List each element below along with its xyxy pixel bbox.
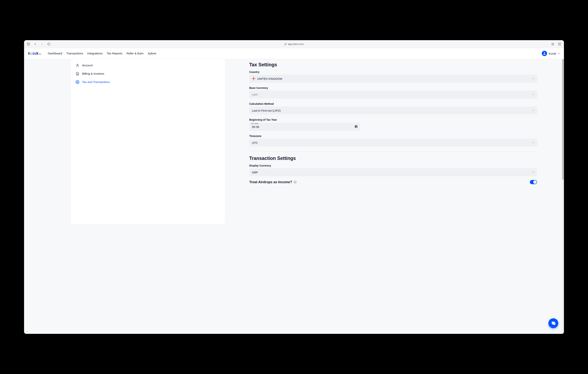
svg-point-7 <box>544 52 545 53</box>
chevron-down-icon <box>532 93 534 96</box>
settings-sidebar: Account Billing & Invoices Tax and Trans… <box>71 59 225 224</box>
date-hint: DD-MM <box>251 122 258 125</box>
chevron-down-icon <box>557 52 560 55</box>
svg-rect-19 <box>356 127 357 127</box>
transaction-settings-title: Transaction Settings <box>249 156 537 161</box>
reload-icon[interactable] <box>47 43 51 46</box>
chat-button[interactable] <box>548 318 558 328</box>
logo[interactable]: KoinXTM <box>28 51 41 56</box>
timezone-select[interactable]: UTC <box>249 139 537 147</box>
field-base-currency: Base Currency GBP <box>249 86 537 98</box>
tax-year-input[interactable]: 06-08 <box>249 123 360 131</box>
uk-flag-icon <box>252 77 255 80</box>
main-panel: Tax Settings Country UNITED KINGDOM Base… <box>248 59 548 334</box>
username: Kunal <box>549 52 556 55</box>
svg-marker-12 <box>533 78 534 79</box>
chat-icon <box>551 321 556 326</box>
sidebar-toggle-icon[interactable] <box>27 43 30 46</box>
airdrops-toggle[interactable] <box>530 180 537 184</box>
svg-point-23 <box>554 324 554 324</box>
svg-rect-18 <box>357 125 357 126</box>
svg-point-24 <box>554 324 555 324</box>
nav-xplore[interactable]: Xplore <box>148 52 156 55</box>
svg-point-8 <box>77 64 78 65</box>
divider <box>249 151 537 152</box>
airdrops-label: Treat Airdrops as Income? <box>249 180 292 184</box>
timezone-value: UTC <box>252 141 258 144</box>
avatar <box>542 51 547 56</box>
tabs-icon[interactable] <box>558 43 561 46</box>
document-icon <box>76 72 79 75</box>
field-calc-method: Calculation Method Last-in First-out (LI… <box>249 102 537 114</box>
country-label: Country <box>249 71 537 74</box>
nav-integrations[interactable]: Integrations <box>87 52 103 55</box>
airdrops-row: Treat Airdrops as Income? i <box>249 180 537 184</box>
nav-dashboard[interactable]: Dashboard <box>48 52 62 55</box>
chevron-down-icon <box>532 141 534 144</box>
field-tax-year: Beginning of Tax Year DD-MM 06-08 <box>249 118 537 131</box>
calc-method-value: Last-in First-out (LIFO) <box>252 109 281 112</box>
sidebar-label: Tax and Transactions <box>82 80 110 84</box>
url-text: app.koinx.com <box>288 43 304 45</box>
back-icon[interactable] <box>33 43 37 46</box>
field-country: Country UNITED KINGDOM <box>249 71 537 83</box>
scrollbar-track[interactable] <box>562 59 564 334</box>
sidebar-item-tax-transactions[interactable]: Tax and Transactions <box>74 78 221 86</box>
tax-year-value: 06-08 <box>252 125 259 128</box>
country-select[interactable]: UNITED KINGDOM <box>249 75 537 83</box>
sidebar-item-billing[interactable]: Billing & Invoices <box>74 70 221 78</box>
content-area: Account Billing & Invoices Tax and Trans… <box>24 59 564 334</box>
link-icon <box>284 43 287 45</box>
svg-marker-20 <box>533 142 534 143</box>
sidebar-label: Account <box>82 64 93 67</box>
svg-rect-17 <box>355 125 356 126</box>
svg-point-22 <box>553 324 554 324</box>
base-currency-label: Base Currency <box>249 86 537 89</box>
nav-transactions[interactable]: Transactions <box>66 52 83 55</box>
browser-window: app.koinx.com KoinXTM Dashboard Transact… <box>24 40 564 334</box>
svg-marker-21 <box>533 172 534 173</box>
person-icon <box>76 64 79 67</box>
main-nav: Dashboard Transactions Integrations Tax … <box>48 52 156 55</box>
calc-method-select[interactable]: Last-in First-out (LIFO) <box>249 107 537 114</box>
sidebar-label: Billing & Invoices <box>82 72 104 75</box>
forward-icon <box>40 43 44 46</box>
chevron-down-icon <box>532 171 534 174</box>
country-value: UNITED KINGDOM <box>257 77 282 80</box>
svg-rect-2 <box>552 43 554 45</box>
calendar-icon[interactable] <box>354 125 358 129</box>
field-display-currency: Display Currency GBP <box>249 164 537 176</box>
browser-chrome: app.koinx.com <box>24 40 564 48</box>
chevron-down-icon <box>532 77 534 80</box>
tax-year-label: Beginning of Tax Year <box>249 118 537 121</box>
svg-marker-13 <box>533 94 534 95</box>
svg-rect-0 <box>27 43 30 45</box>
base-currency-select: GBP <box>249 91 537 98</box>
toggle-knob <box>533 180 537 184</box>
display-currency-select[interactable]: GBP <box>249 168 537 176</box>
scrollbar-thumb[interactable] <box>562 59 564 180</box>
info-icon[interactable]: i <box>294 181 297 184</box>
svg-point-11 <box>77 82 78 83</box>
address-bar[interactable]: app.koinx.com <box>284 43 304 45</box>
chevron-down-icon <box>532 109 534 112</box>
base-currency-value: GBP <box>252 93 258 96</box>
nav-refer-earn[interactable]: Refer & Earn <box>126 52 144 55</box>
display-currency-value: GBP <box>252 171 258 174</box>
nav-tax-reports[interactable]: Tax Reports <box>107 52 123 55</box>
display-currency-label: Display Currency <box>249 164 537 167</box>
check-icon <box>534 181 536 183</box>
svg-rect-16 <box>355 125 357 126</box>
timezone-label: Timezone <box>249 135 537 138</box>
svg-marker-14 <box>533 110 534 111</box>
calc-method-label: Calculation Method <box>249 102 537 105</box>
tax-settings-title: Tax Settings <box>249 62 537 67</box>
sidebar-item-account[interactable]: Account <box>74 61 221 70</box>
gear-icon <box>76 80 79 84</box>
user-menu[interactable]: Kunal <box>542 51 560 56</box>
reader-icon[interactable] <box>551 43 555 46</box>
field-timezone: Timezone UTC <box>249 135 537 147</box>
app-header: KoinXTM Dashboard Transactions Integrati… <box>24 48 564 59</box>
